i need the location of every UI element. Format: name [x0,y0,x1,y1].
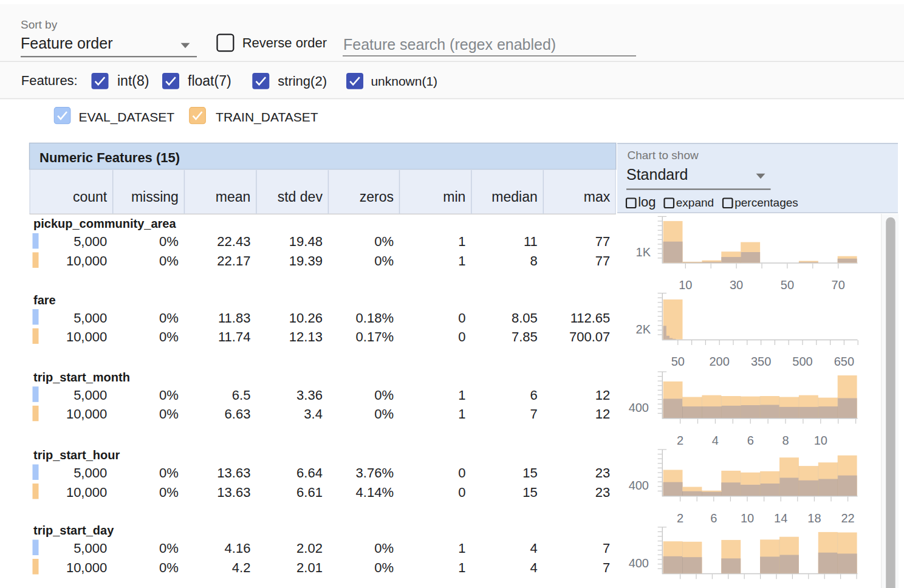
svg-text:0%: 0% [159,253,179,268]
svg-text:13.63: 13.63 [217,465,250,480]
svg-text:6.63: 6.63 [225,406,251,422]
svg-text:float(7): float(7) [188,73,231,89]
svg-text:0%: 0% [159,329,179,344]
svg-text:12: 12 [595,388,610,403]
svg-text:15: 15 [522,465,537,480]
svg-text:30: 30 [730,278,743,292]
svg-text:2K: 2K [636,323,651,336]
svg-text:Standard: Standard [626,166,688,183]
svg-text:0%: 0% [374,253,394,268]
svg-text:10,000: 10,000 [66,406,107,422]
svg-text:15: 15 [522,485,537,500]
svg-text:count: count [73,189,108,205]
svg-text:Chart to show: Chart to show [628,149,699,162]
svg-text:12: 12 [595,406,610,422]
svg-text:Sort by: Sort by [21,18,58,31]
svg-text:10: 10 [814,434,827,447]
svg-text:trip_start_day: trip_start_day [33,524,114,537]
svg-text:0%: 0% [159,560,179,575]
svg-text:5,000: 5,000 [74,541,107,556]
svg-text:6.64: 6.64 [296,465,323,480]
svg-text:Reverse order: Reverse order [242,35,327,50]
svg-text:7: 7 [603,541,610,556]
svg-text:0%: 0% [374,541,394,556]
svg-text:7: 7 [603,560,610,575]
svg-text:14: 14 [774,511,787,525]
svg-text:77: 77 [595,253,610,268]
svg-text:percentages: percentages [734,196,798,209]
svg-text:4: 4 [530,560,538,575]
svg-text:13.63: 13.63 [217,485,250,500]
svg-text:10,000: 10,000 [66,560,107,575]
svg-text:4.2: 4.2 [232,560,251,575]
svg-text:22.43: 22.43 [217,234,250,249]
svg-text:400: 400 [629,556,649,570]
svg-text:6: 6 [530,388,538,403]
svg-text:23: 23 [595,465,610,480]
svg-text:missing: missing [131,189,179,205]
svg-text:6: 6 [710,511,717,525]
svg-text:Features:: Features: [21,73,78,88]
svg-text:0%: 0% [159,234,179,249]
svg-text:23: 23 [595,485,610,500]
svg-text:3.36: 3.36 [296,388,323,403]
svg-text:0%: 0% [374,560,394,575]
svg-text:trip_start_hour: trip_start_hour [33,448,120,462]
svg-text:log: log [638,194,656,210]
svg-text:700.07: 700.07 [569,329,610,344]
svg-text:11.83: 11.83 [218,310,250,326]
svg-text:string(2): string(2) [278,74,327,89]
svg-text:650: 650 [834,355,854,368]
svg-text:7.85: 7.85 [512,329,538,344]
svg-text:unknown(1): unknown(1) [371,74,437,88]
svg-text:400: 400 [629,479,649,492]
svg-text:5,000: 5,000 [74,234,107,249]
svg-text:Feature order: Feature order [21,35,112,52]
svg-text:4: 4 [712,434,719,447]
svg-text:19.48: 19.48 [289,234,323,249]
svg-text:8: 8 [782,434,789,447]
svg-text:2: 2 [677,511,683,525]
svg-text:11.74: 11.74 [218,329,250,344]
svg-text:0: 0 [458,310,465,326]
svg-text:10.26: 10.26 [289,310,323,326]
svg-text:3.4: 3.4 [304,406,323,422]
svg-text:5,000: 5,000 [74,310,107,326]
svg-text:0: 0 [458,329,465,344]
svg-text:500: 500 [792,355,812,368]
svg-text:10,000: 10,000 [66,485,107,500]
svg-text:112.65: 112.65 [570,310,611,326]
svg-text:3.76%: 3.76% [356,465,394,480]
svg-text:400: 400 [629,401,649,414]
svg-text:std dev: std dev [278,189,323,205]
svg-text:1: 1 [458,253,465,268]
svg-text:6.5: 6.5 [232,388,251,403]
svg-text:350: 350 [751,355,771,368]
svg-text:0%: 0% [159,406,179,422]
svg-text:1: 1 [458,406,465,422]
svg-text:min: min [443,189,465,205]
svg-text:7: 7 [530,406,538,422]
svg-text:10,000: 10,000 [66,253,107,268]
svg-text:10: 10 [679,278,692,292]
svg-text:18: 18 [807,511,821,525]
svg-text:6: 6 [747,434,754,447]
svg-text:5,000: 5,000 [74,388,107,403]
svg-text:2: 2 [677,434,683,447]
svg-text:0%: 0% [374,388,394,403]
svg-text:0%: 0% [159,465,179,480]
svg-text:EVAL_DATASET: EVAL_DATASET [79,110,175,125]
svg-text:10,000: 10,000 [66,329,107,344]
svg-text:200: 200 [710,355,730,368]
svg-text:0%: 0% [159,388,179,403]
svg-text:2.02: 2.02 [296,541,323,556]
svg-text:1: 1 [458,234,465,249]
svg-text:22: 22 [841,511,854,525]
svg-text:expand: expand [676,196,714,209]
svg-text:zeros: zeros [360,189,394,205]
svg-text:0.17%: 0.17% [356,329,394,344]
svg-text:0%: 0% [159,541,179,556]
svg-text:50: 50 [671,355,685,368]
svg-text:4.16: 4.16 [225,541,251,556]
svg-text:max: max [584,189,611,205]
